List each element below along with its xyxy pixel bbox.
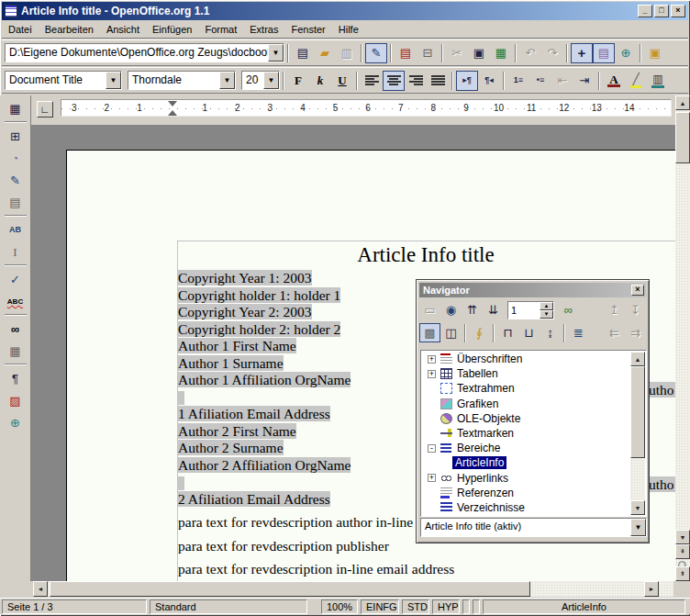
spellcheck-button[interactable]: ✓ — [5, 269, 27, 289]
increase-indent-button[interactable]: ⇥ — [573, 71, 595, 91]
decrease-indent-button[interactable]: ⇤ — [551, 71, 573, 91]
next-object-button[interactable]: ⇊ — [483, 300, 504, 319]
undo-button[interactable]: ↶ — [519, 43, 541, 63]
page-number-spinner[interactable]: ▲▼ — [507, 301, 554, 319]
set-reminder-button[interactable]: ∮ — [469, 323, 490, 342]
print-button[interactable]: ⊟ — [417, 43, 439, 63]
tree-item-ueberschriften[interactable]: +Überschriften — [422, 352, 630, 366]
rtl-button[interactable]: ¶◂ — [478, 71, 500, 91]
vertical-scrollbar[interactable]: ▲ ▼ ⇞ ⇟ — [675, 95, 690, 581]
status-insert-mode[interactable]: EINFG — [361, 599, 399, 614]
align-justify-button[interactable] — [427, 71, 449, 91]
horizontal-ruler[interactable]: 3211234567891011121314 — [61, 99, 672, 117]
highlighting-button[interactable]: ╱ — [625, 71, 647, 91]
header-button[interactable]: ⊓ — [497, 323, 518, 342]
scroll-up-button[interactable]: ▲ — [675, 95, 690, 110]
doc-line[interactable]: para text for revdescription in-line ema… — [178, 561, 673, 578]
italic-button[interactable]: k — [309, 71, 331, 91]
form-functions-button[interactable]: ▤ — [5, 192, 27, 212]
insert-table-button[interactable]: ▦ — [5, 98, 27, 118]
picture-button[interactable]: ▣ — [644, 43, 666, 63]
edit-file-button[interactable]: ✎ — [365, 43, 387, 63]
url-dropdown-button[interactable]: ▼ — [268, 44, 284, 62]
menu-ansicht[interactable]: Ansicht — [100, 22, 146, 37]
underline-button[interactable]: U — [331, 71, 353, 91]
navigator-document-dropdown-button[interactable]: ▼ — [630, 519, 646, 536]
background-color-button[interactable]: ▥ — [647, 71, 669, 91]
navigator-title-bar[interactable]: Navigator × — [419, 283, 646, 297]
auto-spellcheck-button[interactable]: ABC — [5, 291, 27, 311]
numbered-list-button[interactable]: 1≡ — [507, 71, 529, 91]
tree-scroll-up-button[interactable]: ▲ — [630, 352, 645, 366]
tab-type-button[interactable]: ∟ — [37, 101, 53, 118]
spin-up-icon[interactable]: ▲ — [540, 302, 553, 310]
window-view-button[interactable]: ◫ — [440, 323, 462, 342]
align-left-button[interactable] — [361, 71, 383, 91]
anchor-text-button[interactable]: ↨ — [540, 323, 561, 342]
menu-bearbeiten[interactable]: Bearbeiten — [39, 22, 100, 37]
menu-einfuegen[interactable]: Einfügen — [146, 22, 198, 37]
save-button[interactable]: ▥ — [336, 43, 358, 63]
stylist-button[interactable]: ▤ — [593, 43, 615, 63]
demote-level-button[interactable]: ⇉ — [625, 323, 646, 342]
online-layout-button[interactable]: ⊕ — [5, 412, 27, 432]
tree-item-verzeichnisse[interactable]: Verzeichnisse — [422, 500, 630, 515]
bold-button[interactable]: F — [287, 71, 309, 91]
menu-extras[interactable]: Extras — [243, 22, 284, 37]
minimize-button[interactable]: _ — [638, 5, 652, 17]
tree-item-tabellen[interactable]: +Tabellen — [422, 366, 630, 381]
horizontal-scrollbar[interactable]: ◄ ► — [33, 581, 673, 597]
new-document-button[interactable]: ▤ — [292, 43, 314, 63]
tree-item-textmarken[interactable]: Textmarken — [422, 426, 630, 441]
promote-chapter-button[interactable]: ↥ — [604, 300, 625, 319]
paragraph-style-combobox[interactable]: Document Title ▼ — [5, 71, 122, 90]
font-size-combobox[interactable]: 20 ▼ — [241, 71, 280, 90]
direct-cursor-button[interactable]: I — [5, 241, 27, 262]
draw-functions-button[interactable]: ✎ — [5, 170, 27, 190]
collapse-icon[interactable]: - — [428, 444, 436, 453]
menu-hilfe[interactable]: Hilfe — [332, 22, 365, 37]
expand-icon[interactable]: + — [428, 355, 436, 364]
size-dropdown-button[interactable]: ▼ — [263, 72, 279, 89]
tree-item-articleinfo[interactable]: ArticleInfo — [422, 455, 630, 470]
export-pdf-button[interactable]: ▤ — [395, 43, 417, 63]
align-center-button[interactable] — [383, 71, 405, 91]
bullet-list-button[interactable]: •≡ — [529, 71, 551, 91]
align-right-button[interactable] — [405, 71, 427, 91]
scroll-right-button[interactable]: ► — [644, 581, 659, 597]
navigation-button[interactable]: ◉ — [440, 300, 462, 319]
navigator-close-button[interactable]: × — [631, 285, 644, 296]
next-page-button[interactable]: ⇟ — [675, 566, 690, 581]
find-replace-button[interactable]: ∞ — [5, 319, 27, 339]
menu-datei[interactable]: Datei — [2, 22, 39, 37]
tree-scrollbar[interactable]: ▲ ▼ — [630, 352, 645, 515]
tree-item-bereiche[interactable]: -Bereiche — [422, 441, 630, 455]
insert-object-button[interactable]: ◔ — [5, 148, 27, 168]
horizontal-scroll-thumb[interactable] — [50, 581, 530, 597]
graphics-onoff-button[interactable]: ▨ — [5, 390, 27, 410]
drag-mode-button[interactable]: ∞ — [558, 300, 579, 319]
indent-marker[interactable] — [156, 100, 189, 116]
spin-down-icon[interactable]: ▼ — [540, 310, 553, 319]
font-color-button[interactable]: A — [603, 71, 625, 91]
status-hyperlink-mode[interactable]: HYP — [432, 599, 460, 614]
scroll-down-button[interactable]: ▼ — [675, 530, 690, 544]
status-selection-mode[interactable]: STD — [402, 599, 429, 614]
gallery-button[interactable]: ⊕ — [615, 43, 637, 63]
footer-button[interactable]: ⊔ — [518, 323, 540, 342]
tree-scroll-thumb[interactable] — [630, 366, 645, 458]
navigator-button[interactable]: + — [571, 43, 593, 63]
previous-object-button[interactable]: ⇈ — [462, 300, 483, 319]
tree-item-grafiken[interactable]: Grafiken — [422, 397, 630, 411]
font-dropdown-button[interactable]: ▼ — [219, 72, 235, 89]
page-number-input[interactable] — [508, 302, 540, 319]
autotext-button[interactable]: AB — [5, 219, 27, 240]
url-combobox[interactable]: D:\Eigene Dokumente\OpenOffice.org Zeugs… — [5, 43, 284, 62]
tree-item-textrahmen[interactable]: Textrahmen — [422, 381, 630, 396]
previous-page-button[interactable]: ⇞ — [675, 544, 690, 559]
menu-format[interactable]: Format — [198, 22, 243, 37]
open-button[interactable]: ▰ — [314, 43, 336, 63]
nonprinting-chars-button[interactable]: ¶ — [5, 368, 27, 388]
data-sources-button[interactable]: ▦ — [5, 341, 27, 361]
menu-fenster[interactable]: Fenster — [284, 22, 331, 37]
